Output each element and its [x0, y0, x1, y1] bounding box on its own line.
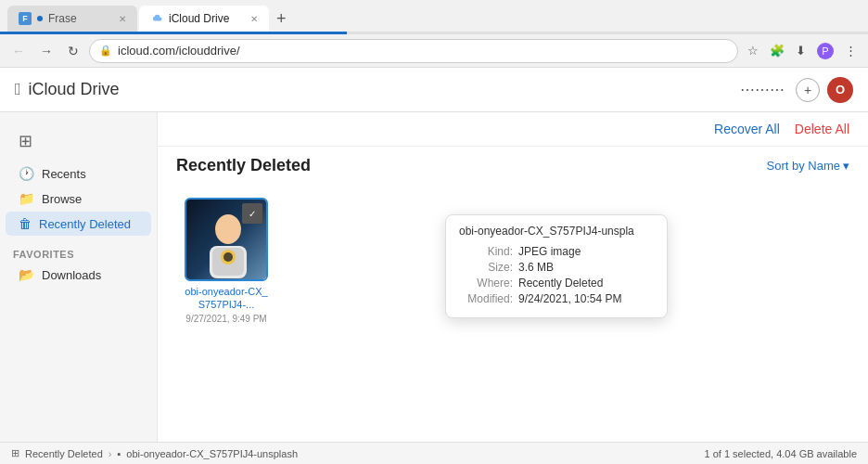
sort-chevron-icon: ▾ — [843, 159, 849, 173]
popover-size-value: 3.6 MB — [518, 261, 554, 274]
icloud-app:  iCloud Drive ⋯⋯⋯ + O ⊞ 🕐 Recents — [0, 68, 868, 464]
tab-icloud[interactable]: iCloud Drive ✕ — [139, 6, 269, 32]
bookmark-icon-button[interactable]: ⬇ — [792, 41, 810, 60]
tab-bar: F Frase ✕ iCloud Drive ✕ + — [0, 0, 868, 32]
frase-favicon: F — [19, 12, 32, 25]
file-item[interactable]: ✓ obi-onyeador-CX_S757PIJ4-... 9/27/2021… — [180, 198, 273, 324]
status-right-text: 1 of 1 selected, 4.04 GB available — [705, 448, 858, 459]
downloads-icon: 📂 — [19, 267, 34, 282]
sidebar: ⊞ 🕐 Recents 📁 Browse 🗑 Recently Deleted … — [0, 112, 158, 442]
content-header: Recently Deleted Sort by Name ▾ — [158, 147, 868, 185]
icloud-logo:  iCloud Drive — [15, 80, 120, 99]
popover-row-kind: Kind: JPEG image — [459, 245, 654, 258]
address-bar[interactable]: 🔒 icloud.com/iclouddrive/ — [89, 39, 738, 63]
status-location: Recently Deleted — [25, 448, 103, 459]
browser-chrome: F Frase ✕ iCloud Drive ✕ + ← → ↻ 🔒 iclou… — [0, 0, 868, 68]
popover-where-label: Where: — [459, 277, 513, 290]
tab-frase-title: Frase — [48, 12, 113, 25]
sidebar-grid-button[interactable]: ⊞ — [9, 127, 42, 155]
tab-frase-close[interactable]: ✕ — [119, 14, 126, 24]
popover-kind-value: JPEG image — [518, 245, 581, 258]
recents-icon: 🕐 — [19, 166, 34, 181]
progress-bar — [0, 32, 868, 34]
status-breadcrumb-icon: ⊞ — [11, 447, 19, 459]
sidebar-recents-label: Recents — [42, 167, 86, 181]
avatar[interactable]: O — [827, 77, 853, 103]
address-text: icloud.com/iclouddrive/ — [118, 44, 728, 58]
content-area: Recover All Delete All Recently Deleted … — [158, 112, 868, 442]
extension-icon-button[interactable]: 🧩 — [766, 41, 788, 60]
add-button[interactable]: + — [796, 78, 820, 102]
svg-point-1 — [215, 214, 241, 244]
sidebar-downloads-label: Downloads — [42, 268, 101, 282]
sidebar-item-recently-deleted[interactable]: 🗑 Recently Deleted — [6, 212, 151, 236]
content-title: Recently Deleted — [176, 156, 311, 175]
popover-size-label: Size: — [459, 261, 513, 274]
profile-icon-button[interactable]: P — [813, 40, 837, 62]
nav-icons: ☆ 🧩 ⬇ P ⋮ — [744, 40, 861, 62]
file-name: obi-onyeador-CX_S757PIJ4-... — [185, 285, 268, 312]
popover-modified-label: Modified: — [459, 292, 513, 305]
grid-icon: ⊞ — [19, 132, 32, 150]
popover-row-size: Size: 3.6 MB — [459, 261, 654, 274]
status-file-icon: ▪ — [117, 448, 121, 459]
sidebar-recently-deleted-label: Recently Deleted — [39, 217, 131, 231]
icloud-app-name: iCloud Drive — [29, 80, 120, 99]
popover-row-modified: Modified: 9/24/2021, 10:54 PM — [459, 292, 654, 305]
menu-icon-button[interactable]: ⋮ — [841, 41, 861, 60]
favorites-header: Favorites — [0, 243, 157, 262]
sidebar-item-downloads[interactable]: 📂 Downloads — [6, 263, 151, 287]
sidebar-item-browse[interactable]: 📁 Browse — [6, 187, 151, 211]
sidebar-item-recents[interactable]: 🕐 Recents — [6, 161, 151, 186]
popover-row-where: Where: Recently Deleted — [459, 277, 654, 290]
trash-icon: 🗑 — [19, 216, 32, 231]
content-toolbar: Recover All Delete All — [158, 112, 868, 147]
lock-icon: 🔒 — [99, 45, 112, 57]
apps-grid-button[interactable]: ⋯⋯⋯ — [736, 77, 788, 102]
sidebar-main-section: ⊞ 🕐 Recents 📁 Browse 🗑 Recently Deleted — [0, 123, 157, 236]
file-date: 9/27/2021, 9:49 PM — [185, 314, 266, 324]
browse-icon: 📁 — [19, 191, 34, 206]
status-file-name: obi-onyeador-CX_S757PIJ4-unsplash — [126, 448, 298, 459]
popover-kind-label: Kind: — [459, 245, 513, 258]
main-layout: ⊞ 🕐 Recents 📁 Browse 🗑 Recently Deleted … — [0, 112, 868, 442]
forward-button[interactable]: → — [35, 40, 57, 62]
star-icon-button[interactable]: ☆ — [744, 41, 762, 60]
sidebar-browse-label: Browse — [42, 192, 82, 206]
sort-button[interactable]: Sort by Name ▾ — [767, 159, 849, 173]
progress-fill — [0, 32, 347, 34]
file-thumbnail: ✓ — [185, 198, 268, 281]
apple-icon:  — [15, 80, 21, 99]
tab-icloud-title: iCloud Drive — [169, 12, 245, 25]
header-actions: ⋯⋯⋯ + O — [736, 77, 853, 103]
tab-icloud-close[interactable]: ✕ — [250, 14, 258, 24]
popover-modified-value: 9/24/2021, 10:54 PM — [518, 292, 621, 305]
nav-bar: ← → ↻ 🔒 icloud.com/iclouddrive/ ☆ 🧩 ⬇ P … — [0, 34, 868, 68]
popover-title: obi-onyeador-CX_S757PIJ4-unspla — [459, 225, 654, 238]
tab-frase[interactable]: F Frase ✕ — [7, 6, 137, 32]
tab-loading-dot — [37, 16, 43, 21]
recover-all-button[interactable]: Recover All — [714, 122, 780, 136]
file-select-indicator: ✓ — [242, 203, 262, 224]
svg-point-5 — [223, 252, 233, 262]
sort-label: Sort by Name — [767, 159, 840, 173]
sidebar-favorites-section: Favorites 📂 Downloads — [0, 243, 157, 287]
new-tab-button[interactable]: + — [271, 6, 292, 32]
status-bar: ⊞ Recently Deleted › ▪ obi-onyeador-CX_S… — [0, 442, 868, 464]
delete-all-button[interactable]: Delete All — [795, 122, 849, 136]
icloud-favicon — [150, 12, 163, 25]
popover-where-value: Recently Deleted — [518, 277, 603, 290]
reload-button[interactable]: ↻ — [63, 40, 83, 62]
icloud-header:  iCloud Drive ⋯⋯⋯ + O — [0, 68, 868, 112]
status-separator: › — [108, 448, 112, 459]
file-info-popover: obi-onyeador-CX_S757PIJ4-unspla Kind: JP… — [445, 214, 668, 318]
back-button[interactable]: ← — [7, 40, 30, 62]
